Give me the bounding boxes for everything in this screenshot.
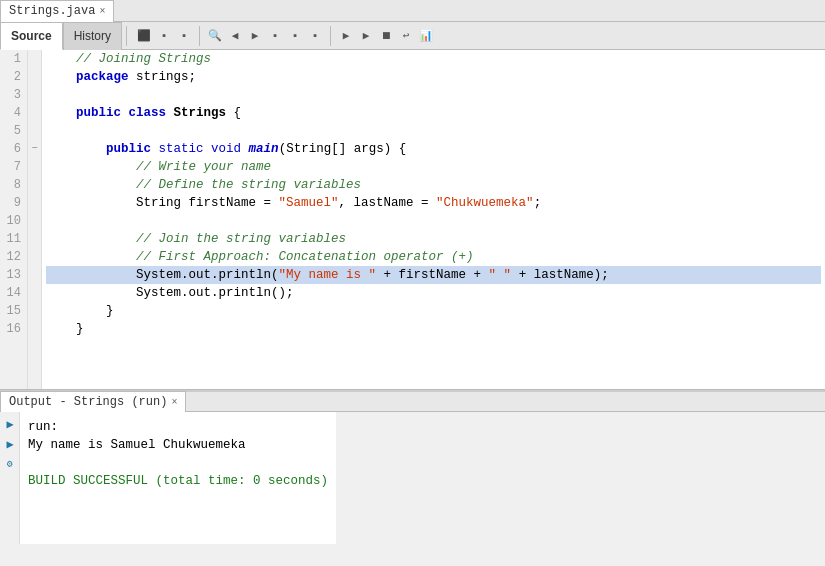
line-num-6: 6 xyxy=(6,140,21,158)
fold-marker-3 xyxy=(28,86,41,104)
fold-marker-11 xyxy=(28,230,41,248)
line-num-12: 12 xyxy=(6,248,21,266)
toolbar-separator-1 xyxy=(126,26,127,46)
code-line-7: // Write your name xyxy=(46,158,821,176)
line-numbers: 1 2 3 4 5 6 7 8 9 10 11 12 13 14 15 16 xyxy=(0,50,28,389)
fold-marker-15 xyxy=(28,302,41,320)
code-line-10 xyxy=(46,212,821,230)
fold-marker-1 xyxy=(28,50,41,68)
code-line-2: package strings; xyxy=(46,68,821,86)
file-tab-strings[interactable]: Strings.java × xyxy=(0,0,114,22)
fold-marker-9 xyxy=(28,194,41,212)
fold-marker-12 xyxy=(28,248,41,266)
code-line-13: System.out.println("My name is " + first… xyxy=(46,266,821,284)
output-tab-bar: Output - Strings (run) × xyxy=(0,390,825,412)
debug-icon[interactable]: ▶ xyxy=(2,436,18,452)
run-icon[interactable]: ▶ xyxy=(2,416,18,432)
line-num-5: 5 xyxy=(6,122,21,140)
main-container: Strings.java × Source History ⬛ ▪ ▪ 🔍 ◀ … xyxy=(0,0,825,566)
config-icon[interactable]: ⚙ xyxy=(2,456,18,472)
source-tab[interactable]: Source xyxy=(0,22,63,50)
output-line-2: My name is Samuel Chukwuemeka xyxy=(28,436,328,454)
toolbar-icon-run[interactable]: ▶ xyxy=(337,27,355,45)
toolbar-icon-step[interactable]: ↩ xyxy=(397,27,415,45)
line-num-15: 15 xyxy=(6,302,21,320)
code-content[interactable]: // Joining Strings package strings; publ… xyxy=(42,50,825,389)
output-tab-label: Output - Strings (run) xyxy=(9,395,167,409)
line-num-10: 10 xyxy=(6,212,21,230)
file-tab-close[interactable]: × xyxy=(99,6,105,17)
code-line-15: } xyxy=(46,302,821,320)
file-tab-bar: Strings.java × xyxy=(0,0,825,22)
toolbar-icon-find[interactable]: 🔍 xyxy=(206,27,224,45)
code-line-3 xyxy=(46,86,821,104)
toolbar-icon-debug[interactable]: ▶ xyxy=(357,27,375,45)
fold-marker-7 xyxy=(28,158,41,176)
line-num-16: 16 xyxy=(6,320,21,338)
line-num-3: 3 xyxy=(6,86,21,104)
code-line-4: public class Strings { xyxy=(46,104,821,122)
editor-toolbar: Source History ⬛ ▪ ▪ 🔍 ◀ ▶ ▪ ▪ ▪ ▶ ▶ ⏹ ↩… xyxy=(0,22,825,50)
fold-marker-16 xyxy=(28,320,41,338)
output-tab[interactable]: Output - Strings (run) × xyxy=(0,391,186,413)
line-num-2: 2 xyxy=(6,68,21,86)
line-num-14: 14 xyxy=(6,284,21,302)
line-num-9: 9 xyxy=(6,194,21,212)
fold-marker-6[interactable]: − xyxy=(28,140,41,158)
fold-marker-13 xyxy=(28,266,41,284)
line-num-1: 1 xyxy=(6,50,21,68)
code-line-8: // Define the string variables xyxy=(46,176,821,194)
fold-marker-8 xyxy=(28,176,41,194)
toolbar-icon-replace[interactable]: ▪ xyxy=(266,27,284,45)
file-tab-label: Strings.java xyxy=(9,4,95,18)
toolbar-separator-2 xyxy=(199,26,200,46)
output-line-3 xyxy=(28,454,328,472)
output-actions: ▶ ▶ ⚙ xyxy=(0,412,20,544)
output-tab-close[interactable]: × xyxy=(171,397,177,408)
code-line-14: System.out.println(); xyxy=(46,284,821,302)
line-num-8: 8 xyxy=(6,176,21,194)
code-line-1: // Joining Strings xyxy=(46,50,821,68)
toolbar-icon-copy[interactable]: ⬛ xyxy=(135,27,153,45)
output-line-1: run: xyxy=(28,418,328,436)
fold-marker-2 xyxy=(28,68,41,86)
toolbar-icon-next[interactable]: ▶ xyxy=(246,27,264,45)
toolbar-icon-chart[interactable]: 📊 xyxy=(417,27,435,45)
code-line-12: // First Approach: Concatenation operato… xyxy=(46,248,821,266)
fold-marker-4 xyxy=(28,104,41,122)
toolbar-icon-cut[interactable]: ▪ xyxy=(155,27,173,45)
line-num-11: 11 xyxy=(6,230,21,248)
code-line-16: } xyxy=(46,320,821,338)
line-num-4: 4 xyxy=(6,104,21,122)
output-line-4: BUILD SUCCESSFUL (total time: 0 seconds) xyxy=(28,472,328,490)
toolbar-icons: ⬛ ▪ ▪ 🔍 ◀ ▶ ▪ ▪ ▪ ▶ ▶ ⏹ ↩ 📊 xyxy=(131,26,439,46)
toolbar-icon-prev[interactable]: ◀ xyxy=(226,27,244,45)
fold-gutter: − xyxy=(28,50,42,389)
toolbar-separator-3 xyxy=(330,26,331,46)
code-line-11: // Join the string variables xyxy=(46,230,821,248)
toolbar-icon-replace2[interactable]: ▪ xyxy=(286,27,304,45)
toolbar-icon-paste[interactable]: ▪ xyxy=(175,27,193,45)
line-num-7: 7 xyxy=(6,158,21,176)
output-content: run: My name is Samuel Chukwuemeka BUILD… xyxy=(20,412,336,544)
output-panel: Output - Strings (run) × ▶ ▶ ⚙ run: My n… xyxy=(0,390,825,566)
toolbar-icon-stop[interactable]: ⏹ xyxy=(377,27,395,45)
history-tab[interactable]: History xyxy=(63,22,122,50)
code-line-5 xyxy=(46,122,821,140)
fold-marker-10 xyxy=(28,212,41,230)
fold-marker-14 xyxy=(28,284,41,302)
code-line-9: String firstName = "Samuel", lastName = … xyxy=(46,194,821,212)
fold-marker-5 xyxy=(28,122,41,140)
editor-area: 1 2 3 4 5 6 7 8 9 10 11 12 13 14 15 16 − xyxy=(0,50,825,390)
code-line-6: public static void main(String[] args) { xyxy=(46,140,821,158)
output-main: ▶ ▶ ⚙ run: My name is Samuel Chukwuemeka… xyxy=(0,412,825,544)
line-num-13: 13 xyxy=(6,266,21,284)
toolbar-icon-replace3[interactable]: ▪ xyxy=(306,27,324,45)
